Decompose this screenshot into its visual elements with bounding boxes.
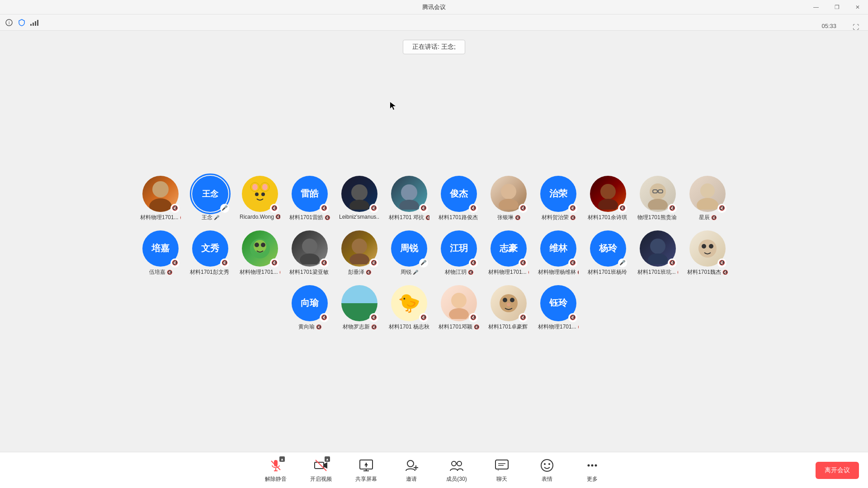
mic-muted-icon: 🔇 bbox=[469, 258, 478, 267]
more-button[interactable]: 更多 bbox=[579, 457, 606, 483]
participant-name: 材料1701邓颖 🔇 bbox=[439, 323, 479, 331]
participant-name: 材料1701 邓抗 🔇 bbox=[389, 214, 429, 221]
svg-point-19 bbox=[501, 184, 516, 199]
list-item[interactable]: 🔇 材料物理1701... 🔇 bbox=[140, 176, 181, 221]
list-item[interactable]: 🔇 材料1701班坑... 🔇 bbox=[637, 230, 678, 276]
mic-active-icon: 🎤 bbox=[419, 258, 428, 267]
svg-point-43 bbox=[451, 293, 467, 308]
svg-point-17 bbox=[401, 184, 417, 201]
svg-point-39 bbox=[648, 253, 668, 264]
reaction-button[interactable]: 表情 bbox=[533, 457, 561, 483]
more-label: 更多 bbox=[587, 475, 598, 483]
list-item[interactable]: 钰玲 🔇 材料物理1701... 🔇 bbox=[538, 285, 579, 331]
info-icon[interactable]: i bbox=[5, 18, 14, 27]
list-item[interactable]: 向瑜 🔇 黄向瑜 🔇 bbox=[289, 285, 330, 331]
list-item[interactable]: 治荣 🔇 材料贺治荣 🔇 bbox=[538, 176, 579, 221]
chat-button[interactable]: 聊天 bbox=[488, 457, 515, 483]
mic-muted-icon: 🔇 bbox=[369, 258, 378, 267]
list-item[interactable]: 雷皓 🔇 材料1701雷皓 🔇 bbox=[289, 176, 330, 221]
list-item[interactable]: 周锐 🎤 周锐 🎤 bbox=[389, 230, 429, 276]
svg-point-40 bbox=[698, 239, 717, 258]
window-title: 腾讯会议 bbox=[422, 3, 446, 11]
list-item[interactable]: 🔇 Ricardo.Wong 🔇 bbox=[240, 176, 280, 220]
share-label: 共享屏幕 bbox=[355, 475, 377, 483]
svg-point-7 bbox=[149, 198, 172, 212]
svg-point-22 bbox=[598, 199, 618, 210]
mic-muted-icon: 🔇 bbox=[419, 313, 428, 322]
svg-point-46 bbox=[503, 298, 507, 302]
list-item[interactable]: 杨玲 🎤 材料1701班杨玲 🎤 bbox=[588, 230, 628, 276]
svg-rect-64 bbox=[495, 460, 508, 469]
svg-point-11 bbox=[255, 192, 259, 196]
svg-point-21 bbox=[600, 184, 616, 199]
participant-name: 材料1701班坑... 🔇 bbox=[637, 268, 678, 276]
speaker-text: 正在讲话: 王念; bbox=[412, 43, 456, 50]
svg-point-70 bbox=[588, 465, 590, 467]
svg-point-38 bbox=[650, 239, 665, 254]
list-item[interactable]: 俊杰 🔇 材料1701路俊杰 🔇 bbox=[439, 176, 479, 221]
list-item[interactable]: 🔇 材料1701邓颖 🔇 bbox=[439, 285, 479, 331]
svg-point-68 bbox=[544, 463, 546, 465]
leave-button[interactable]: 离开会议 bbox=[816, 462, 859, 479]
mic-muted-icon: 🔇 bbox=[668, 204, 677, 213]
video-button[interactable]: ▲ 开启视频 bbox=[307, 457, 335, 483]
list-item[interactable]: 文秀 🔇 材料1701彭文秀 🔇 bbox=[190, 230, 231, 276]
share-button[interactable]: 共享屏幕 bbox=[353, 457, 380, 483]
svg-rect-2 bbox=[30, 24, 32, 26]
list-item[interactable]: 🐤 🔇 材料1701 杨志秋 🔇 bbox=[389, 285, 429, 331]
list-item[interactable]: 🔇 物理1701熊贵渝 🔇 bbox=[637, 176, 678, 221]
mute-arrow[interactable]: ▲ bbox=[279, 456, 285, 462]
signal-icon[interactable] bbox=[30, 18, 39, 27]
restore-button[interactable]: ❐ bbox=[826, 0, 847, 14]
list-item[interactable]: 🔇 星辰 🔇 bbox=[687, 176, 728, 221]
participants-row-1: 🔇 材料物理1701... 🔇 王念 🎤 王念 🎤 bbox=[140, 176, 728, 221]
list-item[interactable]: 维林 🔇 材料物理杨维林 🔇 bbox=[538, 230, 579, 276]
participant-name: 周锐 🎤 bbox=[401, 268, 418, 276]
participant-name: 材料物理1701... 🔇 bbox=[538, 323, 579, 331]
list-item[interactable]: 🔇 材料1701余诗琪 🔇 bbox=[588, 176, 628, 221]
list-item[interactable]: 志豪 🔇 材料物理1701... 🔇 bbox=[488, 230, 529, 276]
mic-muted-icon: 🔇 bbox=[519, 313, 528, 322]
list-item[interactable]: 王念 🎤 王念 🎤 bbox=[190, 176, 231, 221]
mic-muted-icon: 🔇 bbox=[469, 204, 478, 213]
svg-point-14 bbox=[262, 184, 268, 190]
svg-point-36 bbox=[352, 239, 367, 254]
list-item[interactable]: 🔇 Leibniz'smanus... 🔇 bbox=[339, 176, 380, 220]
participant-name: 材料物理1701... 🔇 bbox=[488, 268, 529, 276]
video-arrow[interactable]: ▲ bbox=[325, 456, 330, 462]
list-item[interactable]: 🔇 材料物理1701... 🔇 bbox=[240, 230, 280, 276]
minimize-button[interactable]: — bbox=[806, 0, 826, 14]
list-item[interactable]: 🔇 材物罗志新 🔇 bbox=[339, 285, 380, 331]
list-item[interactable]: 🔇 彭垂泽 🔇 bbox=[339, 230, 380, 276]
svg-point-62 bbox=[452, 461, 456, 466]
list-item[interactable]: 江玥 🔇 材物江玥 🔇 bbox=[439, 230, 479, 276]
svg-point-42 bbox=[709, 244, 713, 249]
mic-muted-icon: 🔇 bbox=[568, 204, 577, 213]
participant-name: 材料1701彭文秀 🔇 bbox=[190, 268, 231, 276]
mic-muted-icon: 🔇 bbox=[270, 258, 279, 267]
svg-point-69 bbox=[548, 463, 550, 465]
close-button[interactable]: ✕ bbox=[847, 0, 868, 14]
list-item[interactable]: 🔇 材料1701卓豪辉 🔇 bbox=[488, 285, 529, 331]
participant-name: 伍培嘉 🔇 bbox=[149, 268, 172, 276]
reaction-icon bbox=[539, 457, 555, 474]
list-item[interactable]: 🔇 材料1701梁亚敏 🔇 bbox=[289, 230, 330, 276]
participant-name: 王念 🎤 bbox=[202, 214, 219, 221]
svg-point-15 bbox=[351, 184, 368, 201]
invite-button[interactable]: 邀请 bbox=[398, 457, 425, 483]
list-item[interactable]: 培嘉 🔇 伍培嘉 🔇 bbox=[140, 230, 181, 276]
list-item[interactable]: 🔇 材料1701 邓抗 🔇 bbox=[389, 176, 429, 221]
svg-point-28 bbox=[700, 183, 715, 198]
participant-name: 材料1701余诗琪 🔇 bbox=[588, 214, 628, 221]
list-item[interactable]: 🔇 张银琳 🔇 bbox=[488, 176, 529, 221]
svg-point-16 bbox=[349, 200, 369, 210]
mic-muted-icon: 🔇 bbox=[568, 313, 577, 322]
members-button[interactable]: 成员(30) bbox=[443, 457, 470, 483]
expand-icon[interactable]: ⛶ bbox=[853, 23, 859, 31]
list-item[interactable]: 🔇 材料1701魏杰 🔇 bbox=[687, 230, 728, 276]
mic-muted-icon: 🔇 bbox=[717, 258, 726, 267]
mute-button[interactable]: ▲ 解除静音 bbox=[262, 457, 289, 483]
participant-name: 材料1701魏杰 🔇 bbox=[687, 268, 728, 276]
participant-name: 星辰 🔇 bbox=[699, 214, 717, 221]
shield-icon[interactable] bbox=[17, 18, 26, 27]
